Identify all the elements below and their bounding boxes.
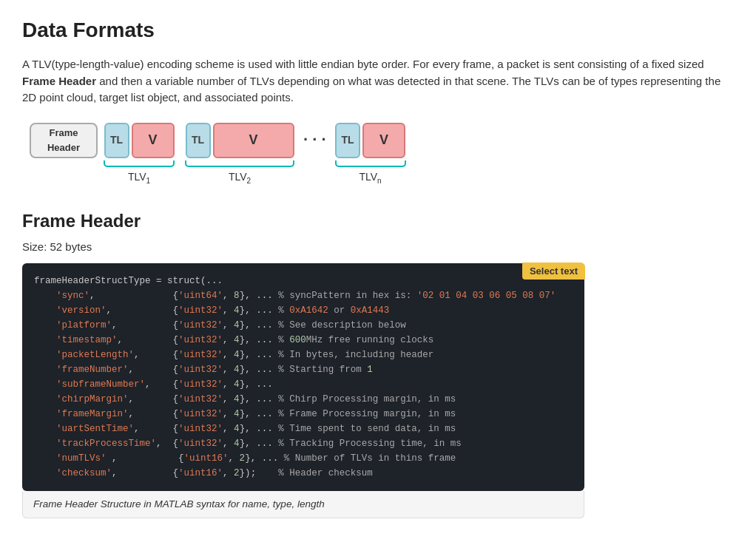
frame-header-bold: Frame Header (22, 75, 96, 87)
section-title: Data Formats (22, 15, 734, 46)
tlv1-label: TLV1 (128, 169, 150, 186)
tlvn-label: TLVn (359, 169, 381, 186)
tlv2-brace (185, 160, 294, 167)
code-block-wrapper: Select text frameHeaderStructType = stru… (22, 263, 584, 491)
tl1-box: TL (104, 123, 129, 158)
tlv1-brace (104, 160, 175, 167)
tlv2-label: TLV2 (229, 169, 251, 186)
tlv2-group: TL V TLV2 (185, 123, 294, 186)
frame-header-title: Frame Header (22, 208, 734, 234)
tln-box: TL (335, 123, 360, 158)
frame-header-size: Size: 52 bytes (22, 239, 734, 256)
tlv1-group: TL V TLV1 (104, 123, 175, 186)
code-block: frameHeaderStructType = struct(... 'sync… (22, 263, 584, 491)
tl2-box: TL (186, 123, 211, 158)
frame-header-box: FrameHeader (30, 123, 98, 158)
intro-paragraph: A TLV(type-length-value) encoding scheme… (22, 56, 734, 106)
tlvn-boxes: TL V (335, 123, 405, 158)
intro-text-1: A TLV(type-length-value) encoding scheme… (22, 58, 704, 70)
tlv2-boxes: TL V (186, 123, 294, 158)
v1-box: V (132, 123, 175, 158)
vn-box: V (362, 123, 405, 158)
tlv1-boxes: TL V (104, 123, 175, 158)
tlv-diagram: FrameHeader TL V TLV1 TL V TLV2 . . . TL… (30, 123, 734, 186)
v2-box: V (213, 123, 294, 158)
intro-text-2: and then a variable number of TLVs depen… (22, 75, 720, 104)
select-text-button[interactable]: Select text (522, 263, 585, 280)
code-caption: Frame Header Structure in MATLAB syntax … (22, 491, 584, 518)
tlvn-group: TL V TLVn (335, 123, 406, 186)
tlvn-brace (335, 160, 406, 167)
ellipsis: . . . (303, 123, 326, 169)
frame-header-box-col: FrameHeader (30, 123, 98, 176)
